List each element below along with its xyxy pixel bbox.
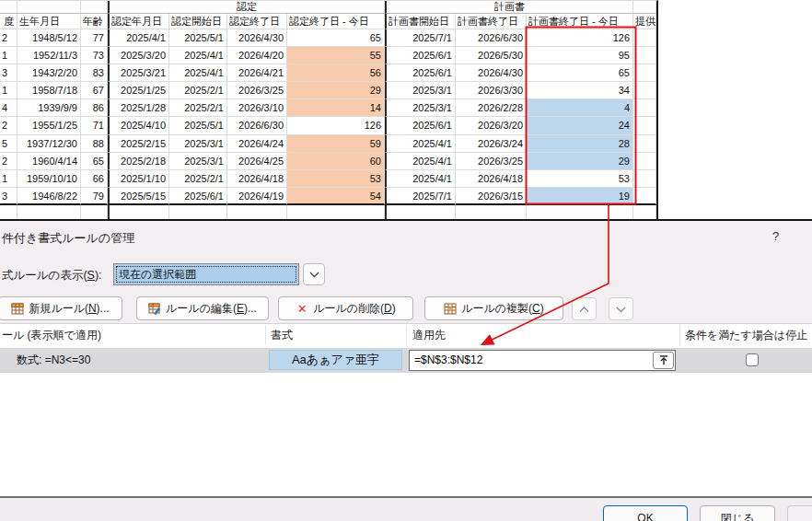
sheet-cell[interactable] xyxy=(527,205,633,219)
sheet-cell[interactable]: 2025/4/1 xyxy=(169,47,227,64)
sheet-cell[interactable]: 2026/4/18 xyxy=(456,170,527,188)
sheet-cell[interactable]: 28 xyxy=(527,135,633,153)
sheet-cell[interactable]: 2025/1/10 xyxy=(108,170,169,188)
sheet-cell[interactable]: 56 xyxy=(287,64,385,82)
sheet-cell[interactable]: 2026/3/30 xyxy=(456,82,527,99)
sheet-cell[interactable]: 2 xyxy=(0,153,17,170)
sheet-cell[interactable]: 29 xyxy=(527,153,633,170)
sheet-cell[interactable]: 1937/12/30 xyxy=(17,135,81,153)
sheet-cell[interactable]: 88 xyxy=(81,135,108,153)
sheet-cell[interactable]: 2026/4/30 xyxy=(456,64,527,82)
sheet-cell[interactable]: 2025/6/1 xyxy=(385,117,456,134)
sheet-cell[interactable] xyxy=(633,135,656,153)
sheet-cell[interactable]: 1948/5/12 xyxy=(17,29,81,47)
sheet-cell[interactable]: 2026/3/15 xyxy=(456,188,527,205)
sheet-cell[interactable]: 1952/11/3 xyxy=(17,47,81,64)
sheet-cell[interactable]: 2025/3/21 xyxy=(108,64,169,82)
sheet-cell[interactable]: 2025/4/1 xyxy=(169,64,227,82)
sheet-cell[interactable]: 2025/4/1 xyxy=(385,170,456,188)
sheet-cell[interactable]: 126 xyxy=(527,29,633,47)
sheet-cell[interactable]: 2026/3/10 xyxy=(227,99,287,117)
sheet-cell[interactable]: 2026/3/24 xyxy=(456,135,527,153)
sheet-cell[interactable]: 2025/2/18 xyxy=(108,153,169,170)
new-rule-button[interactable]: 新規ルール(N)... xyxy=(0,296,122,320)
sheet-cell[interactable]: 53 xyxy=(287,170,385,188)
sheet-cell[interactable]: 1946/8/22 xyxy=(17,188,81,205)
sheet-cell[interactable]: 2025/2/1 xyxy=(169,99,227,117)
sheet-cell[interactable]: 14 xyxy=(287,99,385,117)
sheet-cell[interactable]: 59 xyxy=(287,135,385,153)
sheet-cell[interactable]: 2025/3/1 xyxy=(385,99,456,117)
help-icon[interactable]: ? xyxy=(772,229,779,243)
sheet-cell[interactable]: 2026/4/25 xyxy=(227,153,287,170)
sheet-cell[interactable]: 53 xyxy=(527,170,633,188)
stop-if-true-checkbox[interactable] xyxy=(746,353,759,366)
sheet-cell[interactable] xyxy=(227,205,287,219)
move-rule-up-button[interactable] xyxy=(572,297,597,320)
delete-rule-button[interactable]: ✕ ルールの削除(D) xyxy=(278,296,413,320)
sheet-cell[interactable] xyxy=(633,47,656,64)
sheet-cell[interactable]: 2025/2/1 xyxy=(169,82,227,99)
sheet-cell[interactable]: 2026/6/30 xyxy=(456,29,527,47)
sheet-cell[interactable]: 2025/5/1 xyxy=(169,29,227,47)
ok-button[interactable]: OK xyxy=(603,505,688,521)
sheet-cell[interactable]: 5 xyxy=(0,135,17,153)
sheet-cell[interactable]: 2025/5/15 xyxy=(108,188,169,205)
sheet-cell[interactable]: 2025/4/1 xyxy=(108,29,169,47)
chevron-down-icon[interactable] xyxy=(303,263,325,285)
sheet-cell[interactable] xyxy=(456,205,527,219)
sheet-cell[interactable] xyxy=(108,205,169,219)
sheet-cell[interactable]: 19 xyxy=(527,188,633,205)
sheet-cell[interactable]: 2025/6/1 xyxy=(169,188,227,205)
sheet-cell[interactable]: 2025/3/1 xyxy=(385,82,456,99)
move-rule-down-button[interactable] xyxy=(609,297,633,320)
sheet-cell[interactable]: 1 xyxy=(0,170,17,188)
sheet-cell[interactable]: 60 xyxy=(287,153,385,170)
sheet-cell[interactable] xyxy=(633,170,656,188)
sheet-cell[interactable]: 2026/2/28 xyxy=(456,99,527,117)
sheet-cell[interactable] xyxy=(169,205,227,219)
sheet-cell[interactable]: 3 xyxy=(0,188,17,205)
sheet-cell[interactable]: 2025/1/28 xyxy=(108,99,169,117)
sheet-cell[interactable]: 2026/3/25 xyxy=(456,153,527,170)
duplicate-rule-button[interactable]: ルールの複製(C) xyxy=(424,296,563,320)
sheet-cell[interactable]: 2025/2/15 xyxy=(108,135,169,153)
sheet-cell[interactable] xyxy=(633,205,656,219)
sheet-cell[interactable]: 86 xyxy=(81,99,108,117)
sheet-cell[interactable] xyxy=(633,64,656,82)
sheet-cell[interactable]: 1939/9/9 xyxy=(17,99,81,117)
sheet-cell[interactable]: 1 xyxy=(0,47,17,64)
sheet-cell[interactable]: 2025/7/1 xyxy=(385,29,456,47)
rule-row-selected[interactable]: 数式: =N3<=30 Aaあぁアァ亜宇 =$N$3:$N$12 xyxy=(0,348,812,373)
sheet-cell[interactable]: 2025/4/1 xyxy=(385,135,456,153)
sheet-cell[interactable]: 55 xyxy=(287,47,385,64)
sheet-cell[interactable]: 54 xyxy=(287,188,385,205)
sheet-cell[interactable]: 1959/10/10 xyxy=(17,170,81,188)
sheet-cell[interactable]: 2026/4/20 xyxy=(227,47,287,64)
sheet-cell[interactable] xyxy=(633,99,656,117)
close-button[interactable]: 閉じる xyxy=(700,505,775,521)
sheet-cell[interactable]: 77 xyxy=(81,29,108,47)
sheet-cell[interactable]: 2025/4/1 xyxy=(385,153,456,170)
sheet-cell[interactable]: 67 xyxy=(81,82,108,99)
sheet-cell[interactable] xyxy=(17,205,81,219)
sheet-cell[interactable]: 2026/4/24 xyxy=(227,135,287,153)
sheet-cell[interactable] xyxy=(633,29,656,47)
sheet-cell[interactable]: 2025/1/25 xyxy=(108,82,169,99)
sheet-cell[interactable]: 2025/6/1 xyxy=(385,47,456,64)
sheet-cell[interactable]: 1943/2/20 xyxy=(17,64,81,82)
sheet-cell[interactable]: 2025/7/1 xyxy=(385,188,456,205)
sheet-cell[interactable] xyxy=(81,205,108,219)
sheet-cell[interactable] xyxy=(633,117,656,134)
sheet-cell[interactable]: 65 xyxy=(81,153,108,170)
sheet-cell[interactable] xyxy=(633,153,656,170)
sheet-cell[interactable]: 83 xyxy=(81,64,108,82)
sheet-cell[interactable]: 71 xyxy=(81,117,108,134)
sheet-cell[interactable]: 4 xyxy=(527,99,633,117)
sheet-cell[interactable]: 2026/4/18 xyxy=(227,170,287,188)
sheet-cell[interactable]: 2026/4/19 xyxy=(227,188,287,205)
sheet-cell[interactable]: 2025/5/1 xyxy=(169,117,227,134)
sheet-cell[interactable]: 1 xyxy=(0,82,17,99)
sheet-cell[interactable]: 1958/7/18 xyxy=(17,82,81,99)
sheet-cell[interactable]: 65 xyxy=(527,64,633,82)
